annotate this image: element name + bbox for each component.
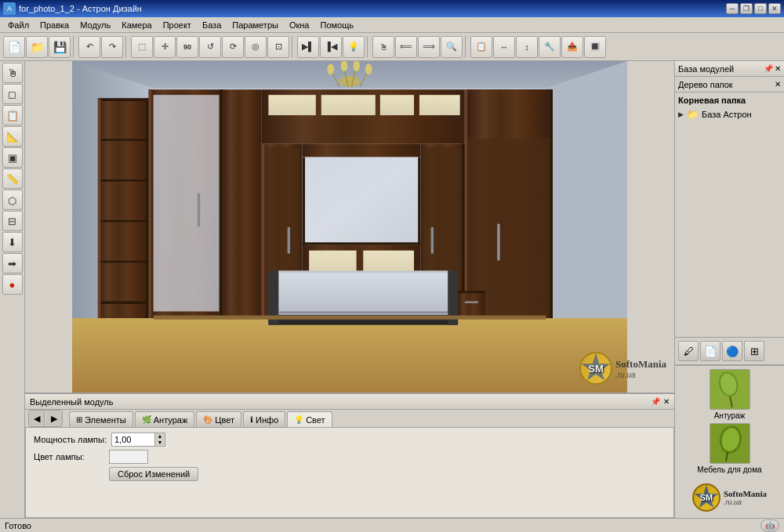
sm-softmania-text: SoftoMania <box>724 489 767 498</box>
menu-windows[interactable]: Окна <box>285 20 314 31</box>
svg-rect-40 <box>303 242 421 244</box>
toolbar-light[interactable]: 💡 <box>343 36 365 58</box>
toolbar-redo[interactable]: ↷ <box>101 36 123 58</box>
menu-file[interactable]: Файл <box>3 20 34 31</box>
toolbar-copy[interactable]: 📋 <box>470 36 492 58</box>
toolbar-refresh[interactable]: ⟳ <box>222 36 244 58</box>
svg-rect-17 <box>220 89 223 318</box>
right-panel-title: База модулей <box>678 64 734 74</box>
toolbar-move[interactable]: ✛ <box>154 36 176 58</box>
menu-camera[interactable]: Камера <box>117 20 156 31</box>
toolbar-sep3 <box>292 36 295 58</box>
side-btn-cursor[interactable]: 🖱 <box>2 63 23 83</box>
menu-edit[interactable]: Правка <box>35 20 74 31</box>
nav-next[interactable]: ▶ <box>46 411 62 426</box>
toolbar-vflip[interactable]: ↕ <box>516 36 538 58</box>
toolbar-hflip[interactable]: ↔ <box>493 36 515 58</box>
tree-tool-circle[interactable]: 🔵 <box>722 341 742 361</box>
toolbar-prev[interactable]: ▐◀ <box>320 36 342 58</box>
svg-rect-50 <box>467 89 550 136</box>
maximize-button[interactable]: □ <box>754 3 767 14</box>
side-btn-3d[interactable]: ⬡ <box>2 190 23 210</box>
svg-rect-11 <box>98 261 149 263</box>
right-panel-sub-close[interactable]: ✕ <box>775 80 781 89</box>
svg-rect-30 <box>288 227 290 255</box>
side-btn-ruler[interactable]: 📏 <box>2 168 23 189</box>
toolbar-snap[interactable]: ◎ <box>245 36 267 58</box>
tab-light[interactable]: 💡 Свет <box>287 411 332 427</box>
toolbar-cursor[interactable]: 🖱 <box>372 36 394 58</box>
bottom-panel-close[interactable]: ✕ <box>663 397 670 406</box>
toolbar-grid[interactable]: ⊡ <box>267 36 289 58</box>
toolbar-sep2 <box>125 36 129 58</box>
status-text: Готово <box>5 521 31 530</box>
right-panel-pin[interactable]: 📌 <box>764 64 773 73</box>
toolbar-select[interactable]: ⬚ <box>131 36 153 58</box>
tree-tool-grid[interactable]: ⊞ <box>744 341 764 361</box>
thumb-mebeldom-area: Мебель для дома <box>675 423 784 477</box>
toolbar-undo[interactable]: ↶ <box>78 36 100 58</box>
toolbar-rotate-90[interactable]: 90 <box>176 36 198 58</box>
toolbar-next[interactable]: ▶▌ <box>297 36 319 58</box>
nav-prev[interactable]: ◀ <box>29 411 45 426</box>
svg-rect-8 <box>98 139 149 141</box>
toolbar-save[interactable]: 💾 <box>49 36 71 58</box>
3d-scene <box>25 61 674 393</box>
svg-marker-5 <box>72 318 627 393</box>
toolbar-arrow-right[interactable]: ⟹ <box>418 36 440 58</box>
side-btn-layer[interactable]: ⊟ <box>2 211 23 231</box>
viewport-area[interactable]: SM SoftoMania .ru.ua <box>25 61 674 393</box>
menu-base[interactable]: База <box>198 20 226 31</box>
toolbar-render[interactable]: 🔳 <box>584 36 606 58</box>
side-btn-clipboard[interactable]: 📋 <box>2 105 23 125</box>
thumb-anturazh[interactable]: Антураж <box>678 369 781 420</box>
side-btn-box[interactable]: ◻ <box>2 84 23 104</box>
svg-point-62 <box>339 76 360 87</box>
restore-button[interactable]: ❐ <box>740 3 753 14</box>
toolbar-rotate[interactable]: ↺ <box>199 36 221 58</box>
lamp-power-spinbtn[interactable]: ▲ ▼ <box>154 432 165 447</box>
lamp-power-input[interactable] <box>111 432 154 447</box>
right-panel-close[interactable]: ✕ <box>775 64 781 73</box>
svg-rect-39 <box>418 157 420 245</box>
tree-tool-doc[interactable]: 📄 <box>700 341 720 361</box>
tab-light-icon: 💡 <box>294 415 303 424</box>
bottom-panel-pin[interactable]: 📌 <box>651 397 660 406</box>
toolbar-export[interactable]: 📤 <box>561 36 583 58</box>
side-btn-down[interactable]: ⬇ <box>2 232 23 252</box>
side-btn-dot[interactable]: ● <box>2 274 23 295</box>
tree-item-base[interactable]: ▶ 📁 База Астрон <box>678 108 781 121</box>
close-button[interactable]: ✕ <box>768 3 781 14</box>
app-window: A for_photo_1_2 - Астрон Дизайн ─ ❐ □ ✕ … <box>0 0 784 532</box>
minimize-button[interactable]: ─ <box>726 3 739 14</box>
sm-logo-area: SM SoftoMania .ru.ua <box>675 477 784 518</box>
thumb-mebeldom-label: Мебель для дома <box>697 465 761 474</box>
menu-params[interactable]: Параметры <box>227 20 283 31</box>
thumb-mebeldom[interactable]: Мебель для дома <box>678 423 781 474</box>
status-robot-btn[interactable]: 🤖 <box>760 519 779 532</box>
toolbar-zoom[interactable]: 🔍 <box>441 36 463 58</box>
menu-project[interactable]: Проект <box>158 20 196 31</box>
toolbar-settings[interactable]: 🔧 <box>539 36 561 58</box>
tab-color[interactable]: 🎨 Цвет <box>196 411 241 427</box>
menu-module[interactable]: Модуль <box>75 20 115 31</box>
tab-info[interactable]: ℹ Инфо <box>243 411 285 427</box>
spin-down-icon: ▼ <box>158 440 163 446</box>
svg-rect-61 <box>465 301 478 303</box>
svg-rect-23 <box>268 95 315 115</box>
svg-point-67 <box>328 63 335 74</box>
tree-expand-icon: ▶ <box>678 110 684 118</box>
toolbar-sep4 <box>367 36 370 58</box>
tab-anturazh[interactable]: 🌿 Антураж <box>135 411 195 427</box>
tab-elements[interactable]: ⊞ Элементы <box>69 411 133 427</box>
menu-help[interactable]: Помощь <box>315 20 358 31</box>
lamp-color-swatch[interactable] <box>109 450 148 464</box>
reset-button[interactable]: Сброс Изменений <box>109 467 198 481</box>
toolbar-new[interactable]: 📄 <box>3 36 25 58</box>
side-btn-measure[interactable]: 📐 <box>2 126 23 147</box>
side-btn-right[interactable]: ➡ <box>2 253 23 273</box>
tree-tool-edit[interactable]: 🖊 <box>678 341 699 361</box>
side-btn-rect[interactable]: ▣ <box>2 147 23 168</box>
toolbar-open[interactable]: 📁 <box>26 36 48 58</box>
toolbar-arrow-left[interactable]: ⟸ <box>395 36 417 58</box>
